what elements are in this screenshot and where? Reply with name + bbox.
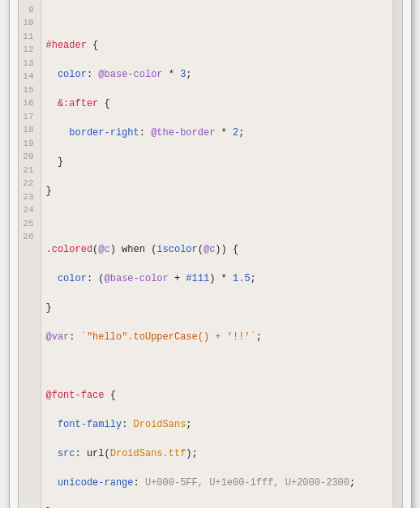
code-line: @var: `"hello".toUpperCase() + '!!'`; — [46, 330, 397, 344]
background-image-dialog: BG Background Image × Image: C:\Users\AS… — [9, 0, 412, 508]
code-line: unicode-range: U+000-5FF, U+1e00-1fff, U… — [46, 476, 397, 490]
code-text: @the-border: 1px; @base-color: #111; #he… — [41, 0, 402, 508]
code-line: &:after { — [46, 96, 397, 111]
code-line: } — [46, 505, 397, 508]
code-line: border-right: @the-border * 2; — [46, 126, 397, 140]
dialog-body: Image: C:\Users\ASUS\Pictures\Camera Rol… — [10, 0, 411, 508]
code-line: color: @base-color * 3; — [46, 67, 397, 82]
code-content: 4 5 6 7 8 9 10 11 12 13 14 15 16 17 18 1… — [19, 0, 402, 508]
code-line: } — [46, 184, 397, 199]
code-line — [46, 9, 397, 23]
line-numbers: 4 5 6 7 8 9 10 11 12 13 14 15 16 17 18 1… — [19, 0, 41, 508]
code-line — [46, 213, 397, 228]
code-line: color: (@base-color + #111) * 1.5; — [46, 271, 397, 286]
code-line: src: url(DroidSans.ttf); — [46, 446, 397, 461]
code-editor[interactable]: 4 5 6 7 8 9 10 11 12 13 14 15 16 17 18 1… — [18, 0, 403, 508]
code-line: } — [46, 155, 397, 169]
code-line: @font-face { — [46, 388, 397, 403]
code-line — [46, 359, 397, 374]
vertical-scrollbar[interactable] — [392, 0, 402, 508]
code-line: #header { — [46, 38, 397, 53]
code-line: .colored(@c) when (iscolor(@c)) { — [46, 242, 397, 257]
code-line: } — [46, 301, 397, 315]
code-line: font-family: DroidSans; — [46, 417, 397, 432]
